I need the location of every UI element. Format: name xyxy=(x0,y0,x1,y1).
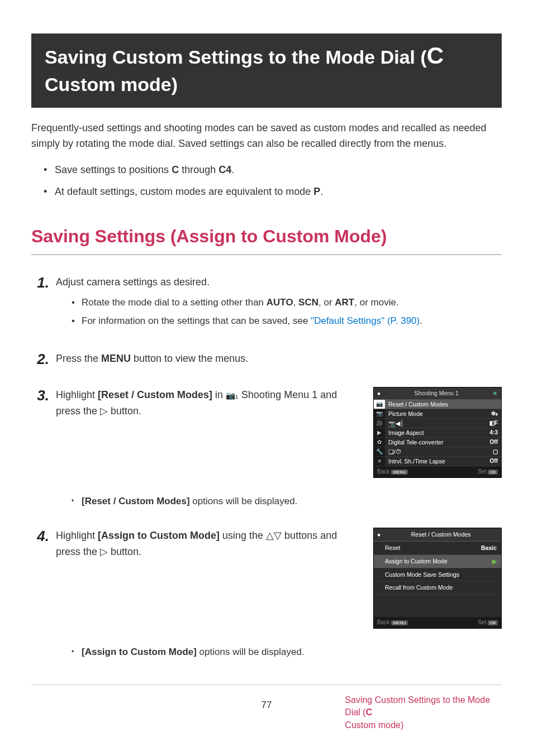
menu1-menu-btn: MENU xyxy=(391,470,408,475)
shooting-menu-1-screenshot: ●Shooting Menu 1★ 📷 📷 🎥 ▶ ✿ 🔧 ★ Reset / … xyxy=(373,387,502,478)
page-footer: 77 Saving Custom Settings to the Mode Di… xyxy=(31,685,502,731)
menu1-ok-btn: OK xyxy=(488,470,498,475)
menu1-tab-7: ★ xyxy=(374,457,385,466)
menu1-star-icon: ★ xyxy=(492,389,498,398)
menu1-row-aspect: Image Aspect4:3 xyxy=(385,428,501,438)
menu2-row-assign: Assign to Custom Mode▶ xyxy=(374,555,501,568)
step-2: 2. Press the MENU button to view the men… xyxy=(31,351,502,368)
step-1-number: 1. xyxy=(31,274,49,332)
step-1-sub: Rotate the mode dial to a setting other … xyxy=(56,295,502,328)
footer-section-link[interactable]: Saving Custom Settings to the Mode Dial … xyxy=(345,694,502,731)
menu1-tab-4: ▶ xyxy=(374,428,385,438)
menu1-tab-1: 📷 xyxy=(374,400,385,409)
step-1-text: Adjust camera settings as desired. xyxy=(56,276,210,288)
menu2-back-label: Back xyxy=(377,619,389,625)
menu1-row-picture-mode: Picture Mode✻₃ xyxy=(385,409,501,419)
menu2-menu-btn: MENU xyxy=(391,620,408,625)
menu2-row-recall: Recall from Custom Mode xyxy=(374,581,501,595)
step-3-number: 3. xyxy=(31,387,49,419)
step-4-row: 4. Highlight [Assign to Custom Mode] usi… xyxy=(31,528,502,629)
menu2-rec-icon: ● xyxy=(377,530,380,539)
menu1-tab-5: ✿ xyxy=(374,438,385,447)
page-number: 77 xyxy=(188,694,345,712)
menu1-row-drive: ❏/⏱▢ xyxy=(385,447,501,457)
step-1-sub-1: Rotate the mode dial to a setting other … xyxy=(72,295,502,310)
page-title-banner: Saving Custom Settings to the Mode Dial … xyxy=(31,34,502,108)
step-4-number: 4. xyxy=(31,528,49,560)
menu2-ok-btn: OK xyxy=(488,620,498,625)
banner-line1-prefix: Saving Custom Settings to the Mode Dial … xyxy=(45,46,427,68)
default-settings-link[interactable]: "Default Settings" (P. 390) xyxy=(311,315,420,326)
step-3-row: 3. Highlight [Reset / Custom Modes] in 📷… xyxy=(31,387,502,478)
intro-paragraph: Frequently-used settings and shooting mo… xyxy=(31,120,502,152)
menu1-tab-2: 📷 xyxy=(374,409,385,419)
step-1-sub-2: For information on the settings that can… xyxy=(72,313,502,328)
bullet-1: Save settings to positions C through C4. xyxy=(44,162,502,178)
menu2-arrow-icon: ▶ xyxy=(492,557,497,566)
menu1-set-label: Set xyxy=(478,468,486,475)
menu2-row-reset: ResetBasic xyxy=(374,542,501,555)
step-1: 1. Adjust camera settings as desired. Ro… xyxy=(31,274,502,332)
camera-icon: 📷₁ xyxy=(226,391,239,400)
right-arrow-icon: ▷ xyxy=(100,405,108,417)
up-arrow-icon: △ xyxy=(266,530,274,541)
menu1-row-timelapse: Intrvl. Sh./Time LapseOff xyxy=(385,457,501,466)
step-4-sub: [Assign to Custom Mode] options will be … xyxy=(56,644,502,659)
right-arrow-icon-2: ▷ xyxy=(100,546,108,557)
menu2-set-label: Set xyxy=(478,619,486,625)
step-4-sub-1: [Assign to Custom Mode] options will be … xyxy=(72,644,502,659)
menu1-tab-6: 🔧 xyxy=(374,447,385,457)
section-heading: Saving Settings (Assign to Custom Mode) xyxy=(31,222,502,255)
menu1-tab-3: 🎥 xyxy=(374,419,385,428)
menu1-title: Shooting Menu 1 xyxy=(380,389,492,398)
step-2-number: 2. xyxy=(31,351,49,368)
banner-line2: Custom mode) xyxy=(45,74,178,95)
menu2-row-save: Custom Mode Save Settings xyxy=(374,568,501,582)
step-3-sub: [Reset / Custom Modes] options will be d… xyxy=(56,494,502,509)
intro-bullets: Save settings to positions C through C4.… xyxy=(31,162,502,200)
menu2-title: Reset / Custom Modes xyxy=(411,531,471,538)
menu1-back-label: Back xyxy=(377,468,389,475)
menu1-row-reset: Reset / Custom Modes xyxy=(385,400,501,409)
step-3-sub-1: [Reset / Custom Modes] options will be d… xyxy=(72,494,502,509)
reset-custom-modes-screenshot: ●Reset / Custom Modes ResetBasic Assign … xyxy=(373,528,502,629)
menu1-row-tele: Digital Tele-converterOff xyxy=(385,438,501,447)
menu1-row-quality: 📷◀┆◧F xyxy=(385,419,501,428)
down-arrow-icon: ▽ xyxy=(274,530,282,541)
bullet-2: At default settings, custom modes are eq… xyxy=(44,184,502,200)
banner-big-c: C xyxy=(427,42,444,69)
